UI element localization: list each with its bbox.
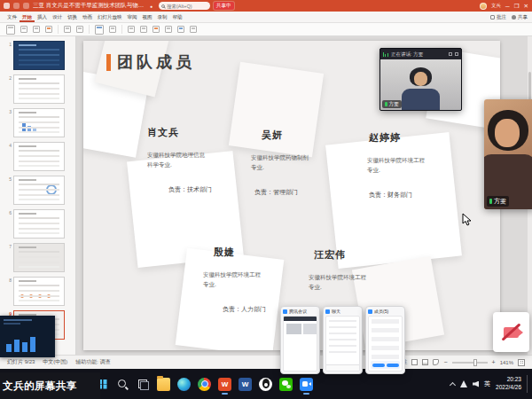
slide-number: 1: [5, 41, 12, 47]
thumbnail-row: 5: [5, 176, 75, 205]
snapshot-deco: [372, 319, 399, 364]
format-painter-icon[interactable]: [45, 26, 52, 33]
tab-slideshow[interactable]: 幻灯片放映: [95, 12, 125, 22]
layout-icon[interactable]: [109, 26, 116, 33]
zoom-level[interactable]: 141%: [500, 360, 513, 365]
participant-name: 方雯: [494, 197, 506, 206]
slide-thumbnail-1[interactable]: [13, 41, 65, 70]
tab-review[interactable]: 审阅: [125, 12, 140, 22]
slide-sorter-view-icon[interactable]: [422, 359, 428, 365]
tab-record[interactable]: 录制: [155, 12, 170, 22]
input-language-indicator[interactable]: 英: [484, 379, 490, 388]
show-desktop-button[interactable]: [527, 375, 529, 393]
text-color-icon[interactable]: [153, 26, 160, 33]
toolbar-separator: [89, 25, 90, 34]
comments-button[interactable]: 批注: [490, 14, 506, 20]
tray-chevron-icon[interactable]: [450, 381, 456, 387]
copy-icon[interactable]: [33, 26, 40, 33]
comment-icon: [490, 15, 495, 20]
meeting-video-tile[interactable]: 方雯: [484, 99, 532, 209]
open-app-indicator: [303, 393, 309, 395]
slide-thumbnail-7[interactable]: [13, 243, 65, 272]
member-name: 赵婷婷: [369, 131, 442, 145]
font-icon[interactable]: [128, 26, 135, 33]
tencent-meeting-icon[interactable]: [300, 378, 313, 391]
search-box[interactable]: [159, 2, 210, 10]
autosave-icon[interactable]: [4, 3, 10, 9]
tab-file[interactable]: 文件: [4, 12, 20, 22]
search-input[interactable]: [167, 4, 207, 9]
user-name: 文兵: [491, 3, 501, 9]
zoom-out-button[interactable]: −: [443, 359, 447, 365]
new-slide-icon[interactable]: [95, 25, 104, 35]
slide-number: 5: [5, 176, 12, 182]
save-icon[interactable]: [13, 3, 20, 9]
slide-thumbnail-3[interactable]: [13, 108, 65, 137]
close-button[interactable]: ✕: [524, 3, 528, 10]
slide-thumbnail-5[interactable]: [13, 176, 65, 205]
meeting-status-badge[interactable]: 共享中: [214, 2, 234, 10]
paste-icon[interactable]: [6, 25, 15, 35]
chrome-icon[interactable]: [198, 378, 211, 391]
meeting-speaker-window[interactable]: 正在讲话: 方雯 方雯: [379, 48, 462, 111]
fit-to-window-icon[interactable]: [518, 359, 525, 366]
slide-thumbnail-6[interactable]: [13, 209, 65, 239]
language-indicator[interactable]: 中文(中国): [43, 358, 67, 366]
volume-icon[interactable]: [473, 381, 479, 387]
bold-icon[interactable]: [140, 26, 147, 33]
wps-icon[interactable]: [218, 378, 231, 391]
undo-icon[interactable]: [64, 26, 71, 33]
window-preview-members[interactable]: 成员(5): [365, 306, 405, 374]
open-app-indicator: [222, 393, 228, 395]
undo-icon[interactable]: [23, 3, 29, 9]
minimize-button[interactable]: ─: [505, 3, 510, 9]
member-duty: 负责：管理部门: [254, 188, 325, 197]
edge-icon[interactable]: [177, 378, 191, 391]
shared-screen-preview[interactable]: [0, 316, 55, 357]
redo-icon[interactable]: [76, 26, 83, 33]
tab-animations[interactable]: 动画: [80, 12, 95, 22]
slide-thumbnail-4[interactable]: [13, 142, 65, 171]
word-icon[interactable]: [239, 378, 252, 391]
normal-view-icon[interactable]: [411, 359, 418, 365]
share-button[interactable]: 共享: [512, 14, 528, 20]
popout-icon[interactable]: [449, 52, 452, 56]
zoom-in-button[interactable]: +: [492, 359, 496, 365]
maximize-button[interactable]: ❐: [514, 3, 520, 10]
user-avatar[interactable]: [480, 3, 487, 10]
window-preview-meeting[interactable]: 腾讯会议: [280, 306, 320, 374]
window-preview-chat[interactable]: 聊天: [323, 306, 363, 374]
tab-insert[interactable]: 插入: [35, 12, 50, 22]
tab-home[interactable]: 开始: [20, 12, 35, 22]
search-icon: [161, 4, 165, 8]
zoom-slider-knob[interactable]: [473, 359, 477, 366]
slide-indicator[interactable]: 幻灯片 9/23: [7, 358, 35, 366]
slide-thumbnail-8[interactable]: [13, 277, 65, 306]
task-view-icon[interactable]: [137, 378, 150, 391]
zoom-slider[interactable]: [452, 362, 488, 364]
thumb-deco: [22, 122, 26, 133]
network-icon[interactable]: [460, 380, 467, 387]
file-explorer-icon[interactable]: [157, 378, 170, 391]
qq-icon[interactable]: [259, 378, 272, 391]
shapes-icon[interactable]: [177, 26, 184, 33]
cut-icon[interactable]: [20, 26, 27, 33]
team-member-2: 吴妍 安徽科技学院药物制剂专业. 负责：管理部门: [251, 129, 325, 197]
slide-thumbnail-2[interactable]: [13, 74, 65, 104]
thumbnail-row: 4: [5, 142, 75, 171]
search-icon[interactable]: [116, 378, 129, 391]
tab-design[interactable]: 设计: [50, 12, 65, 22]
slideshow-view-icon[interactable]: [433, 359, 439, 365]
tab-help[interactable]: 帮助: [170, 12, 185, 22]
align-icon[interactable]: [165, 26, 172, 33]
find-icon[interactable]: [190, 26, 197, 33]
close-icon[interactable]: [455, 52, 458, 56]
tab-transitions[interactable]: 切换: [65, 12, 80, 22]
tab-view[interactable]: 视图: [140, 12, 155, 22]
tray-clock[interactable]: 20:23 2022/4/26: [496, 376, 521, 392]
member-major: 安徽科技学院环境工程专业.: [203, 270, 265, 289]
accessibility-status[interactable]: 辅助功能: 调查: [75, 358, 110, 366]
camera-off-popup[interactable]: [493, 312, 529, 352]
member-name: 肖文兵: [147, 126, 222, 139]
wechat-icon[interactable]: [279, 378, 293, 391]
